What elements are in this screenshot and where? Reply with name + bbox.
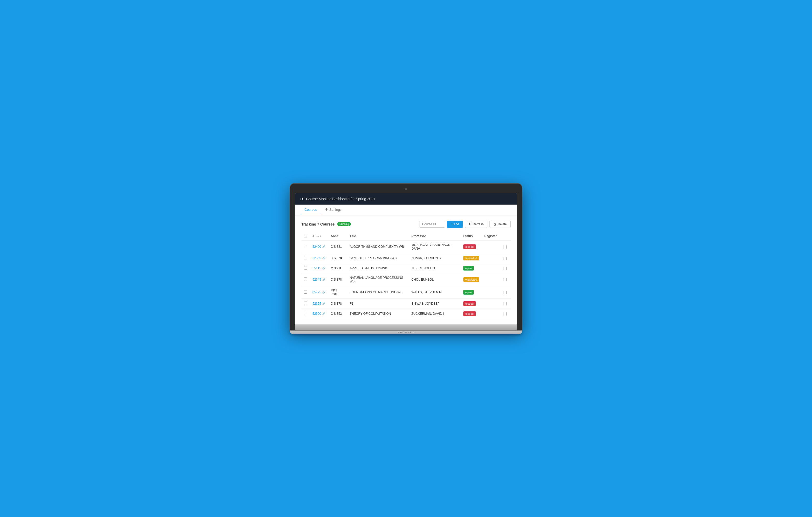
col-professor: Professor — [409, 232, 461, 241]
row-register — [482, 308, 499, 319]
link-icon[interactable]: 🔗 — [322, 256, 325, 260]
row-professor: CHOI, EUNSOL — [409, 273, 461, 286]
pause-icon[interactable]: ❙❙ — [502, 312, 508, 316]
row-register — [482, 253, 499, 263]
row-abbr: C S 378 — [328, 253, 347, 263]
link-icon[interactable]: 🔗 — [322, 267, 325, 270]
col-abbr: Abbr. — [328, 232, 347, 241]
running-badge: Running — [337, 222, 351, 226]
table-row: 52500 🔗 C S 353 THEORY OF COMPUTATION ZU… — [301, 308, 511, 319]
toolbar: + Add ↻ Refresh 🗑 Delete — [419, 221, 511, 228]
row-checkbox[interactable] — [304, 245, 307, 248]
table-row: 52625 🔗 C S 378 F1 BISWAS, JOYDEEP close… — [301, 298, 511, 308]
course-id-link[interactable]: 52655 — [313, 256, 321, 260]
pause-icon[interactable]: ❙❙ — [502, 256, 508, 260]
course-id-link[interactable]: 52400 — [313, 245, 321, 248]
status-badge: open — [463, 266, 474, 271]
row-checkbox[interactable] — [304, 256, 307, 260]
row-checkbox-cell — [301, 263, 310, 273]
pause-icon[interactable]: ❙❙ — [502, 266, 508, 270]
course-id-link[interactable]: 52500 — [313, 312, 321, 316]
row-register — [482, 273, 499, 286]
row-checkbox[interactable] — [304, 266, 307, 270]
col-id: ID ▲▼ — [310, 232, 328, 241]
row-title: SYMBOLIC PROGRAMMING-WB — [347, 253, 409, 263]
row-id-cell: 52400 🔗 — [310, 240, 328, 253]
tracking-text: Tracking 7 Courses — [301, 222, 335, 226]
row-abbr: C S 378 — [328, 298, 347, 308]
pause-icon[interactable]: ❙❙ — [502, 302, 508, 305]
laptop-body: UT Course Monitor Dashboard for Spring 2… — [290, 183, 522, 330]
row-status: open — [461, 263, 482, 273]
row-checkbox-cell — [301, 286, 310, 298]
link-icon[interactable]: 🔗 — [322, 278, 325, 281]
link-icon[interactable]: 🔗 — [322, 291, 325, 294]
row-pause: ❙❙ — [499, 308, 511, 319]
delete-button[interactable]: 🗑 Delete — [490, 221, 511, 228]
row-status: closed — [461, 240, 482, 253]
select-all-checkbox[interactable] — [304, 234, 307, 238]
course-id-link[interactable]: 52645 — [313, 278, 321, 281]
tab-settings[interactable]: ⚙ Settings — [321, 205, 346, 215]
status-badge: waitlisted — [463, 277, 479, 282]
laptop-base: MacBook Pro — [290, 330, 522, 334]
row-pause: ❙❙ — [499, 263, 511, 273]
row-checkbox[interactable] — [304, 311, 307, 315]
col-register: Register — [482, 232, 499, 241]
row-status: open — [461, 286, 482, 298]
gear-icon: ⚙ — [325, 208, 328, 211]
row-professor: WALLS, STEPHEN M — [409, 286, 461, 298]
row-abbr: C S 331 — [328, 240, 347, 253]
row-checkbox-cell — [301, 273, 310, 286]
status-badge: closed — [463, 244, 476, 249]
row-checkbox[interactable] — [304, 277, 307, 281]
laptop-screen: UT Course Monitor Dashboard for Spring 2… — [295, 193, 517, 324]
tracking-info: Tracking 7 Courses Running — [301, 222, 351, 226]
row-professor: ZUCKERMAN, DAVID I — [409, 308, 461, 319]
col-title: Title — [347, 232, 409, 241]
row-title: F1 — [347, 298, 409, 308]
pause-icon[interactable]: ❙❙ — [502, 245, 508, 248]
refresh-icon: ↻ — [469, 222, 471, 226]
row-id-cell: 52645 🔗 — [310, 273, 328, 286]
course-id-input[interactable] — [419, 221, 445, 227]
app-header: UT Course Monitor Dashboard for Spring 2… — [295, 193, 517, 205]
trash-icon: 🗑 — [493, 222, 496, 226]
macbook-label: MacBook Pro — [398, 331, 414, 334]
row-abbr: C S 378 — [328, 273, 347, 286]
content-header: Tracking 7 Courses Running + Add ↻ Refre… — [301, 221, 511, 228]
row-pause: ❙❙ — [499, 273, 511, 286]
refresh-button-label: Refresh — [473, 222, 484, 226]
course-id-link[interactable]: 52625 — [313, 302, 321, 305]
course-id-link[interactable]: 05775 — [313, 291, 321, 294]
row-professor: MOSHKOVITZ AARONSON, DANA — [409, 240, 461, 253]
link-icon[interactable]: 🔗 — [322, 302, 325, 305]
col-checkbox — [301, 232, 310, 241]
row-abbr: M 358K — [328, 263, 347, 273]
row-checkbox[interactable] — [304, 302, 307, 305]
link-icon[interactable]: 🔗 — [322, 312, 325, 315]
tab-bar: Courses ⚙ Settings — [295, 205, 517, 215]
link-icon[interactable]: 🔗 — [322, 245, 325, 248]
refresh-button[interactable]: ↻ Refresh — [465, 221, 487, 228]
pause-icon[interactable]: ❙❙ — [502, 278, 508, 281]
row-checkbox[interactable] — [304, 290, 307, 294]
courses-table: ID ▲▼ Abbr. Title Professor Status Regis… — [301, 232, 511, 319]
course-id-link[interactable]: 55115 — [313, 266, 321, 270]
row-register — [482, 263, 499, 273]
tab-courses[interactable]: Courses — [300, 205, 321, 215]
camera — [405, 188, 407, 190]
sort-icon[interactable]: ▲▼ — [317, 235, 321, 238]
row-id-cell: 52625 🔗 — [310, 298, 328, 308]
status-badge: open — [463, 290, 474, 295]
row-status: waitlisted — [461, 253, 482, 263]
table-row: 55115 🔗 M 358K APPLIED STATISTICS-WB NIB… — [301, 263, 511, 273]
row-checkbox-cell — [301, 298, 310, 308]
row-professor: NOVAK, GORDON S — [409, 253, 461, 263]
row-abbr: MKT 320F — [328, 286, 347, 298]
row-id-cell: 55115 🔗 — [310, 263, 328, 273]
laptop-bottom-bezel — [295, 324, 517, 330]
pause-icon[interactable]: ❙❙ — [502, 291, 508, 294]
add-button[interactable]: + Add — [447, 221, 463, 228]
col-actions — [499, 232, 511, 241]
